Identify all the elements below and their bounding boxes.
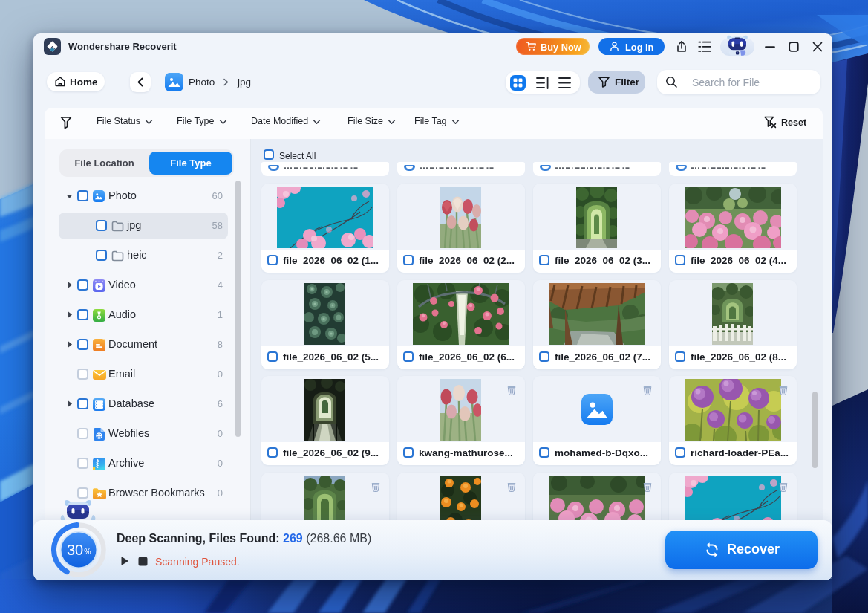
svg-text:30: 30 — [67, 542, 83, 558]
svg-text:%: % — [84, 547, 91, 556]
